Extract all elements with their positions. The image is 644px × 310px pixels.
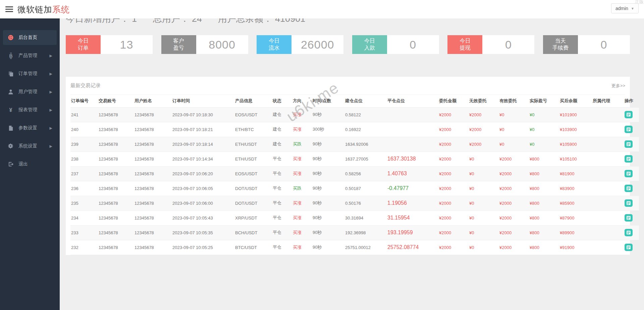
cell-status: 建仓: [272, 137, 292, 151]
cell-invalid: ¥0: [469, 166, 499, 181]
cell-profit: ¥0: [529, 137, 559, 151]
cell-direction: 买涨: [292, 151, 312, 166]
more-link[interactable]: 更多>>: [611, 83, 625, 89]
cell-agent: [592, 225, 624, 240]
latest-trades-panel: 最新交易记录 更多>> 订单编号交易账号用户姓名订单时间产品信息状态方向时间/点…: [66, 77, 630, 255]
sidebar-item-退出[interactable]: 退出: [3, 157, 57, 172]
cell-id: 236: [70, 181, 98, 196]
cell-op: [624, 137, 639, 151]
chevron-right-icon: ▶: [50, 108, 52, 112]
menu-toggle-icon[interactable]: [5, 6, 13, 12]
cell-id: 234: [70, 210, 98, 225]
cell-id: 237: [70, 166, 98, 181]
cell-status: 平仓: [272, 225, 292, 240]
cell-account: 12345678: [98, 240, 134, 255]
row-detail-button[interactable]: [625, 244, 633, 251]
row-detail-button[interactable]: [625, 229, 633, 236]
cell-open_point: 0.58122: [344, 107, 387, 122]
row-detail-button[interactable]: [625, 140, 633, 148]
cell-profit: ¥800: [529, 210, 559, 225]
column-header: 状态: [272, 95, 292, 107]
cell-amount: ¥2000: [438, 137, 469, 151]
cell-open_point: 0.16922: [344, 122, 387, 137]
row-detail-button[interactable]: [625, 214, 633, 222]
table-row: 23612345678123456782023-09-07 10:06:05DO…: [70, 181, 639, 196]
column-header: 订单编号: [70, 95, 98, 107]
cell-account: 12345678: [98, 210, 134, 225]
cell-time: 2023-09-07 10:18:14: [172, 137, 234, 151]
column-header: 时间/点数: [312, 95, 344, 107]
stat-card: 今日流水26000: [257, 35, 343, 54]
cell-op: [624, 122, 639, 137]
sidebar-item-订单管理[interactable]: 订单管理▶: [3, 66, 57, 81]
cell-profit: ¥800: [529, 181, 559, 196]
row-detail-button[interactable]: [625, 126, 633, 133]
cell-agent: [592, 137, 624, 151]
user-menu[interactable]: admin ▼: [611, 3, 639, 13]
cell-agent: [592, 166, 624, 181]
sidebar-item-label: 产品管理: [18, 53, 37, 59]
stat-cards-row: 今日订单13客户盈亏8000今日流水26000今日入款0今日提现0当天手续费0: [66, 35, 630, 54]
cell-name: 12345678: [134, 122, 172, 137]
column-header: 用户姓名: [134, 95, 172, 107]
row-detail-button[interactable]: [625, 155, 633, 163]
cell-close_point: [387, 137, 438, 151]
cell-duration: 90秒: [312, 151, 344, 166]
cell-valid: ¥0: [499, 122, 529, 137]
cell-time: 2023-09-07 10:18:30: [172, 107, 234, 122]
sidebar-item-用户管理[interactable]: 用户管理▶: [3, 84, 57, 99]
cell-close_point: 1.40763: [387, 166, 438, 181]
sidebar-item-后台首页[interactable]: 后台首页: [3, 30, 57, 45]
cell-op: [624, 225, 639, 240]
row-detail-button[interactable]: [625, 111, 633, 118]
user-icon: [7, 88, 14, 95]
cell-valid: ¥2000: [499, 240, 529, 255]
cell-id: 240: [70, 122, 98, 137]
cell-name: 12345678: [134, 151, 172, 166]
cell-invalid: ¥0: [469, 225, 499, 240]
main-content: 今日新增用户：1总用户：24用户总余额：410901 今日订单13客户盈亏800…: [60, 13, 644, 255]
orders-icon: [7, 70, 14, 77]
stat-card-label: 今日入款: [352, 35, 387, 54]
table-row: 24012345678123456782023-09-07 10:18:21ET…: [70, 122, 639, 137]
sidebar-item-报表管理[interactable]: ¥报表管理▶: [3, 103, 57, 117]
stat-card-label: 今日流水: [257, 35, 291, 54]
cell-agent: [592, 107, 624, 122]
stat-card: 今日入款0: [352, 35, 439, 54]
sidebar-item-产品管理[interactable]: B产品管理▶: [3, 48, 57, 63]
panel-header: 最新交易记录 更多>>: [70, 77, 625, 95]
column-header: 委托金额: [438, 95, 469, 107]
chevron-right-icon: ▶: [50, 144, 52, 148]
bitcoin-icon: B: [7, 52, 14, 59]
cell-direction: 买涨: [292, 122, 312, 137]
cell-amount: ¥2000: [438, 122, 469, 137]
sidebar-item-参数设置[interactable]: 参数设置▶: [3, 121, 57, 135]
row-detail-button[interactable]: [625, 170, 633, 177]
cell-name: 12345678: [134, 181, 172, 196]
topbar: 微软链加系统 正版 admin ▼: [0, 0, 644, 18]
cell-valid: ¥2000: [499, 181, 529, 196]
sidebar-item-系统设置[interactable]: 系统设置▶: [3, 139, 57, 153]
cell-balance: ¥87900: [559, 210, 592, 225]
cell-open_point: 0.50187: [344, 181, 387, 196]
cell-profit: ¥800: [529, 151, 559, 166]
cell-duration: 90秒: [312, 137, 344, 151]
column-header: 实际盈亏: [529, 95, 559, 107]
stat-card-label: 今日提现: [447, 35, 482, 54]
cell-op: [624, 210, 639, 225]
cell-duration: 90秒: [312, 181, 344, 196]
cell-duration: 90秒: [312, 166, 344, 181]
sidebar-item-label: 参数设置: [18, 125, 37, 131]
cell-status: 平仓: [272, 151, 292, 166]
cell-duration: 300秒: [312, 122, 344, 137]
row-detail-button[interactable]: [625, 185, 633, 192]
sidebar: 后台首页B产品管理▶订单管理▶用户管理▶¥报表管理▶参数设置▶系统设置▶退出: [0, 18, 60, 310]
stat-card-value: 8000: [196, 35, 248, 54]
row-detail-button[interactable]: [625, 199, 633, 207]
cell-time: 2023-09-07 10:05:43: [172, 210, 234, 225]
column-header: 买后余额: [559, 95, 592, 107]
logo-prefix: 微软链加: [17, 5, 52, 14]
cell-status: 平仓: [272, 166, 292, 181]
cell-amount: ¥2000: [438, 181, 469, 196]
stat-card: 今日提现0: [447, 35, 534, 54]
